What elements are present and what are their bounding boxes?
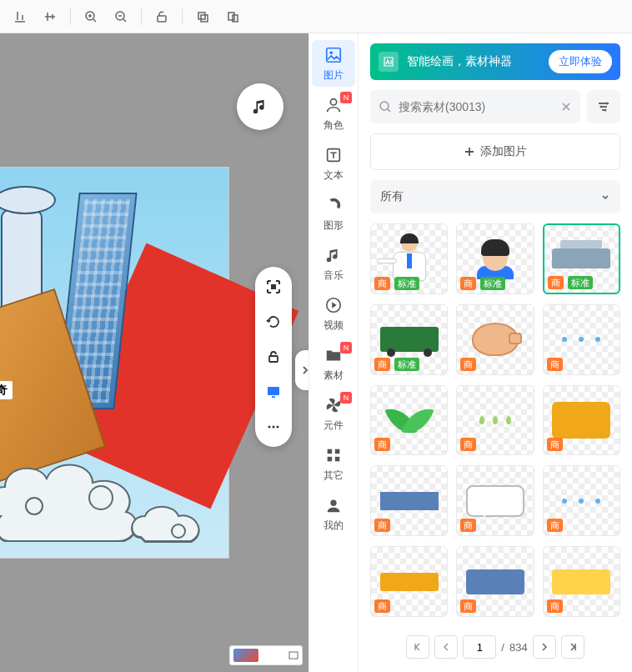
asset-card[interactable]: 商 <box>370 385 448 456</box>
add-image-label: 添加图片 <box>480 144 527 159</box>
svg-rect-24 <box>328 456 333 461</box>
align-bottom-icon[interactable] <box>7 3 33 30</box>
lock-tool-icon[interactable] <box>263 347 283 367</box>
music-note-icon <box>251 98 269 116</box>
commercial-tag: 商 <box>460 438 476 451</box>
pager-prev-button[interactable] <box>434 635 458 659</box>
pager-first-button[interactable] <box>406 635 429 659</box>
rotate-tool-icon[interactable] <box>263 312 283 332</box>
tab-image[interactable]: 图片 <box>312 40 355 87</box>
tab-label: 元件 <box>324 419 344 433</box>
new-badge: N <box>340 342 352 354</box>
zoom-in-icon[interactable] <box>78 3 104 30</box>
commercial-tag: 商 <box>374 438 390 451</box>
tab-music[interactable]: 音乐 <box>312 240 355 287</box>
paste-icon[interactable] <box>219 3 246 30</box>
canvas-artwork[interactable]: 写传奇 <box>0 167 229 559</box>
asset-card[interactable]: 商 <box>543 546 620 617</box>
play-icon <box>324 295 344 315</box>
separator <box>70 8 71 25</box>
image-icon <box>324 45 344 65</box>
commercial-tag: 商 <box>460 599 476 613</box>
tab-mine[interactable]: 我的 <box>312 490 355 537</box>
commercial-tag: 商 <box>548 276 564 289</box>
asset-card[interactable]: 商 <box>543 465 620 536</box>
focus-tool-icon[interactable] <box>263 277 283 297</box>
search-input[interactable] <box>399 100 554 113</box>
svg-rect-12 <box>268 387 279 395</box>
zoom-out-icon[interactable] <box>108 3 134 30</box>
canvas-area[interactable]: 写传奇 <box>0 33 308 672</box>
svg-point-14 <box>273 426 275 429</box>
new-badge: N <box>340 392 352 404</box>
tab-label: 素材 <box>324 369 344 383</box>
align-middle-icon[interactable] <box>37 3 63 30</box>
tab-component[interactable]: 元件N <box>312 390 355 437</box>
standard-tag: 标准 <box>394 277 419 290</box>
asset-card[interactable]: 商标准 <box>370 223 448 294</box>
copy-icon[interactable] <box>189 3 216 30</box>
svg-rect-2 <box>158 16 166 22</box>
asset-card[interactable]: 商标准 <box>456 223 534 294</box>
window-icon[interactable] <box>288 650 298 660</box>
svg-point-19 <box>330 98 336 104</box>
commercial-tag: 商 <box>460 519 476 532</box>
tab-text[interactable]: 文本 <box>312 140 355 187</box>
asset-card[interactable]: 商 <box>543 304 620 375</box>
asset-card[interactable]: 商 <box>370 546 448 617</box>
asset-card[interactable]: 商标准 <box>370 304 448 375</box>
music-icon <box>324 245 344 265</box>
canvas-caption: 写传奇 <box>0 381 13 399</box>
asset-card[interactable]: 商 <box>456 385 534 456</box>
svg-point-13 <box>268 426 271 429</box>
commercial-tag: 商 <box>460 358 476 371</box>
asset-card[interactable]: 商 <box>456 304 534 375</box>
commercial-tag: 商 <box>374 358 390 371</box>
music-button[interactable] <box>237 83 283 130</box>
pager-next-button[interactable] <box>533 635 556 659</box>
expand-handle[interactable] <box>295 350 308 390</box>
asset-card[interactable]: 商标准 <box>543 223 620 294</box>
display-tool-icon[interactable] <box>263 382 283 402</box>
tab-label: 音乐 <box>324 268 344 283</box>
tab-shape[interactable]: 图形 <box>312 190 355 237</box>
tab-label: 其它 <box>324 469 344 483</box>
more-tool-icon[interactable] <box>263 417 283 437</box>
text-icon <box>324 145 344 165</box>
shape-icon <box>324 195 344 215</box>
standard-tag: 标准 <box>568 276 593 289</box>
pager-current-input[interactable] <box>463 635 496 659</box>
add-image-button[interactable]: 添加图片 <box>370 133 620 170</box>
category-select[interactable]: 所有 <box>370 180 620 213</box>
grid-icon <box>324 445 344 465</box>
clear-icon[interactable] <box>560 101 572 113</box>
tab-role[interactable]: 角色N <box>312 90 355 137</box>
thumbnail-bar[interactable] <box>229 645 303 665</box>
filter-button[interactable] <box>587 90 620 123</box>
svg-point-28 <box>606 103 609 105</box>
unlock-icon[interactable] <box>148 3 175 30</box>
tab-material[interactable]: 素材N <box>312 340 355 387</box>
svg-rect-11 <box>269 356 278 362</box>
new-badge: N <box>340 92 352 103</box>
pager-last-button[interactable] <box>561 635 584 659</box>
svg-rect-3 <box>198 13 205 19</box>
svg-point-29 <box>600 106 603 108</box>
page-thumbnail[interactable] <box>233 649 258 662</box>
separator <box>182 8 183 25</box>
tab-other[interactable]: 其它 <box>312 440 355 487</box>
commercial-tag: 商 <box>460 277 476 290</box>
tab-label: 图片 <box>324 68 344 83</box>
asset-card[interactable]: 商 <box>456 465 534 536</box>
promo-banner: 智能绘画，素材神器 立即体验 <box>370 43 620 80</box>
pager-sep: / <box>501 641 504 654</box>
tab-label: 我的 <box>324 519 344 533</box>
promo-cta-button[interactable]: 立即体验 <box>549 50 612 73</box>
asset-grid: 商标准商标准商标准商标准商商商商商商商商商商商 <box>370 223 620 622</box>
asset-card[interactable]: 商 <box>370 465 448 536</box>
svg-rect-25 <box>335 456 340 461</box>
asset-card[interactable]: 商 <box>543 385 620 456</box>
tab-video[interactable]: 视频 <box>312 290 355 337</box>
canvas-tools <box>255 267 292 447</box>
asset-card[interactable]: 商 <box>456 546 534 617</box>
